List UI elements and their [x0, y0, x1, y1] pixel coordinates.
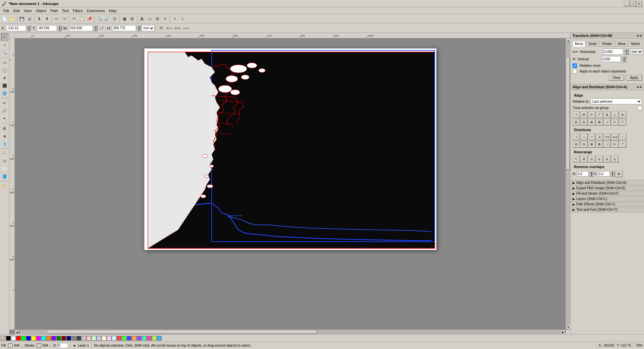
eraser-tool[interactable]: ⬜ [1, 165, 8, 172]
zoom-fit-button[interactable]: ⊡ [111, 15, 118, 22]
dist-b1-2[interactable]: ⫠ [580, 134, 588, 140]
align-b2-2[interactable]: ⊡ [580, 119, 588, 126]
rearrange-btn5[interactable]: ⧆ [603, 156, 611, 162]
palette-swatch-20[interactable] [107, 336, 111, 341]
h-input[interactable] [112, 25, 136, 31]
palette-swatch-16[interactable] [87, 336, 91, 341]
palette-swatch-21[interactable] [112, 336, 116, 341]
palette-swatch-28[interactable] [147, 336, 152, 341]
menu-edit[interactable]: Edit [11, 8, 22, 13]
palette-swatch-19[interactable] [102, 336, 106, 341]
scroll-right-button[interactable]: ▶ [561, 330, 566, 334]
y-spin-down[interactable]: ▼ [58, 28, 62, 31]
tab-scale[interactable]: Scale [586, 41, 599, 47]
open-button[interactable]: 📁 [8, 15, 16, 22]
palette-swatch-17[interactable] [92, 336, 96, 341]
align-center-h-btn[interactable]: ⊗ [603, 111, 611, 118]
zoom-in-button[interactable]: 🔍 [96, 15, 103, 22]
h-ov-up[interactable]: ▲ [589, 171, 593, 174]
dist-b2-4[interactable]: ⊠ [596, 141, 603, 148]
menu-file[interactable]: File [1, 8, 11, 13]
redo-button[interactable]: ↪ [61, 15, 68, 22]
print-button[interactable]: 🖨 [26, 15, 33, 22]
new-button[interactable]: 📄 [1, 15, 8, 22]
grid-btn[interactable]: ⊞ [154, 15, 161, 22]
pen-tool[interactable]: 🖊 [1, 107, 8, 114]
no-color-swatch[interactable] [1, 336, 5, 341]
collapsed-align[interactable]: ▶ Align and Distribute (Shift+Ctrl+A) [571, 180, 644, 186]
menu-filters[interactable]: Filters [71, 8, 85, 13]
circle-tool[interactable]: ◯ [1, 66, 8, 74]
node-btn[interactable]: ⌗ [171, 15, 178, 22]
v-ov-down[interactable]: ▼ [610, 174, 614, 177]
transform-unit-select[interactable]: mmpx [630, 49, 643, 55]
spiral-tool[interactable]: 🌀 [1, 90, 8, 97]
scroll-track-v[interactable] [566, 43, 570, 325]
save-button[interactable]: 💾 [18, 15, 25, 22]
paint-tool[interactable]: 🪣 [1, 173, 8, 180]
vertical-scrollbar[interactable]: ▲ ▼ [566, 38, 570, 330]
transform-btn[interactable]: ⟳ [158, 24, 165, 32]
palette-swatch-22[interactable] [117, 336, 121, 341]
fill-color-box[interactable] [8, 343, 13, 348]
align-left-btn[interactable]: ⟵ [166, 24, 173, 32]
align-b2-1[interactable]: ⊟ [573, 119, 580, 126]
palette-swatch-7[interactable] [41, 336, 46, 341]
dropper-tool[interactable]: 💧 [1, 140, 8, 147]
scroll-down-button[interactable]: ▼ [566, 325, 570, 330]
h-ov-down[interactable]: ▼ [589, 174, 593, 177]
minimize-button[interactable]: _ [624, 1, 630, 6]
palette-swatch-1[interactable] [11, 336, 16, 341]
group-button[interactable]: ▣ [121, 15, 128, 22]
palette-swatch-26[interactable] [137, 336, 142, 341]
transform-panel-controls[interactable]: ▼✕ [636, 34, 642, 38]
dist-b2-6[interactable]: ⊢ [611, 141, 619, 148]
tab-matrix[interactable]: Matrix [629, 41, 642, 47]
3d-tool[interactable]: ⬛ [1, 82, 8, 89]
align-panel-header[interactable]: Align and Distribute (Shift+Ctrl+A) ▼✕ [571, 84, 644, 90]
palette-swatch-11[interactable] [61, 336, 66, 341]
lines-btn[interactable]: ≡ [161, 15, 169, 22]
align-bottom-edge-btn[interactable]: ⊥ [611, 111, 619, 118]
clear-button[interactable]: Clear [609, 75, 624, 81]
horizontal-input[interactable] [603, 49, 623, 55]
scroll-track-h[interactable] [19, 330, 561, 334]
lock-aspect-btn[interactable]: 🔗 [98, 24, 106, 32]
callig-tool[interactable]: ✒ [1, 115, 8, 122]
palette-swatch-30[interactable] [157, 336, 162, 341]
v-spin-down2[interactable]: ▼ [622, 59, 626, 62]
unit-select[interactable]: mmpxcmin [142, 25, 155, 31]
ungroup-button[interactable]: ⊞ [128, 15, 136, 22]
spray-tool[interactable]: 🌬 [1, 157, 8, 165]
palette-swatch-15[interactable] [82, 336, 86, 341]
gradient-tool[interactable]: ◈ [1, 132, 8, 140]
palette-swatch-24[interactable] [127, 336, 131, 341]
scroll-left-button[interactable]: ◀ [15, 330, 19, 334]
cut-button[interactable]: ✂ [70, 15, 78, 22]
collapsed-export[interactable]: ▶ Export PNG Image (Shift+Ctrl+E) [571, 186, 644, 191]
align-b2-7[interactable]: ⊤ [619, 119, 626, 126]
v-ov-up[interactable]: ▲ [610, 171, 614, 174]
zoom-out-button[interactable]: 🔎 [103, 15, 111, 22]
scroll-thumb-v[interactable] [566, 57, 570, 170]
palette-swatch-2[interactable] [16, 336, 21, 341]
align-panel-controls[interactable]: ▼✕ [636, 86, 642, 89]
palette-swatch-12[interactable] [66, 336, 71, 341]
palette-swatch-23[interactable] [122, 336, 126, 341]
w-spin-up[interactable]: ▲ [94, 25, 98, 28]
align-top-edge-btn[interactable]: ⊤ [596, 111, 603, 118]
align-b2-6[interactable]: ⊢ [611, 119, 619, 126]
node-tool[interactable]: ⌗ [1, 41, 8, 49]
apply-button[interactable]: Apply [626, 75, 642, 81]
dist-b2-5[interactable]: ⊣ [603, 141, 611, 148]
y-input[interactable] [37, 25, 57, 31]
palette-swatch-6[interactable] [36, 336, 41, 341]
palette-swatch-14[interactable] [76, 336, 81, 341]
dist-b1-5[interactable]: ⟺ [603, 134, 611, 140]
rearrange-btn6[interactable]: ⧅ [611, 156, 619, 162]
star-tool[interactable]: ★ [1, 74, 8, 82]
canvas-scroll[interactable] [15, 38, 566, 330]
h-spin-down[interactable]: ▼ [137, 28, 141, 31]
pencil-tool[interactable]: ✏ [1, 99, 8, 107]
scroll-up-button[interactable]: ▲ [566, 38, 570, 43]
